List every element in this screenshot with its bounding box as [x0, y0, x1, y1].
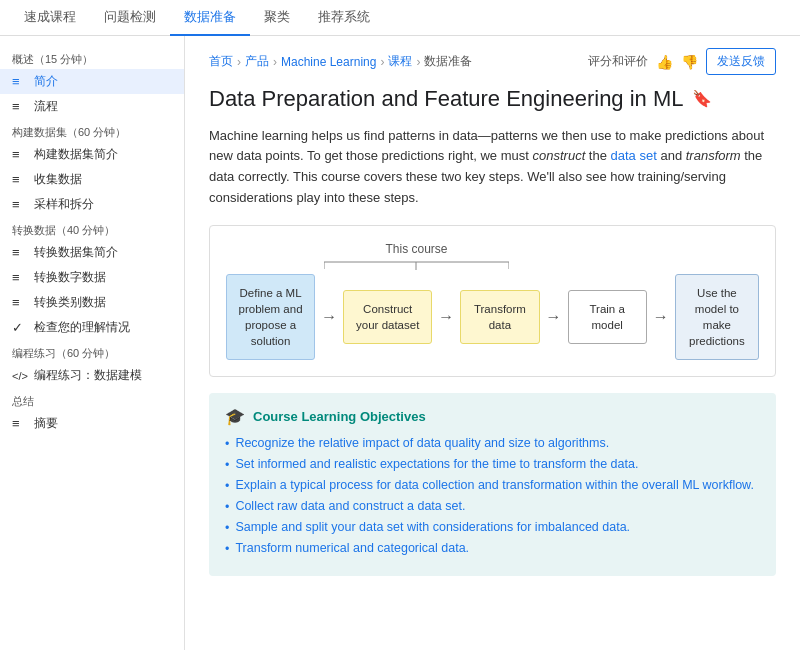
sidebar-item-coding[interactable]: </> 编程练习：数据建模 [0, 363, 184, 388]
flow-box-construct: Construct your dataset [343, 290, 432, 344]
check-icon: ✓ [12, 320, 28, 335]
bookmark-icon[interactable]: 🔖 [692, 89, 712, 110]
objective-item-2: Explain a typical process for data colle… [225, 478, 760, 493]
flow-box-train: Train a model [568, 290, 647, 344]
bc-ml[interactable]: Machine Learning [281, 55, 376, 69]
list-icon: ≡ [12, 270, 28, 285]
list-icon: ≡ [12, 295, 28, 310]
code-icon: </> [12, 370, 28, 382]
sidebar-item-check[interactable]: ✓ 检查您的理解情况 [0, 315, 184, 340]
list-icon: ≡ [12, 416, 28, 431]
sidebar-item-transform-cat[interactable]: ≡ 转换类别数据 [0, 290, 184, 315]
arrow-3: → [546, 308, 562, 326]
objective-item-1: Set informed and realistic expectations … [225, 457, 760, 472]
graduation-icon: 🎓 [225, 407, 245, 426]
list-icon: ≡ [12, 197, 28, 212]
list-icon: ≡ [12, 245, 28, 260]
nav-item-1[interactable]: 问题检测 [90, 0, 170, 36]
nav-item-2[interactable]: 数据准备 [170, 0, 250, 36]
bc-product[interactable]: 产品 [245, 53, 269, 70]
diagram-flow: Define a ML problem and propose a soluti… [226, 274, 759, 360]
arrow-4: → [653, 308, 669, 326]
arrow-1: → [321, 308, 337, 326]
flow-box-define: Define a ML problem and propose a soluti… [226, 274, 315, 360]
sidebar-section-overview: 概述（15 分钟） [0, 46, 184, 69]
bc-course[interactable]: 课程 [388, 53, 412, 70]
sidebar-item-sample[interactable]: ≡ 采样和拆分 [0, 192, 184, 217]
top-navigation: 速成课程 问题检测 数据准备 聚类 推荐系统 [0, 0, 800, 36]
main-container: 概述（15 分钟） ≡ 简介 ≡ 流程 构建数据集（60 分钟） ≡ 构建数据集… [0, 36, 800, 650]
sidebar-item-collect[interactable]: ≡ 收集数据 [0, 167, 184, 192]
sidebar-item-transform-num[interactable]: ≡ 转换数字数据 [0, 265, 184, 290]
sidebar-section-transform: 转换数据（40 分钟） [0, 217, 184, 240]
list-icon: ≡ [12, 147, 28, 162]
breadcrumb-actions: 评分和评价 👍 👎 发送反馈 [588, 48, 776, 75]
diagram-container: This course Define a ML problem and prop… [209, 225, 776, 377]
sidebar-section-build: 构建数据集（60 分钟） [0, 119, 184, 142]
arrow-2: → [438, 308, 454, 326]
flow-box-transform: Transform data [460, 290, 539, 344]
sidebar-item-intro[interactable]: ≡ 简介 [0, 69, 184, 94]
objectives-list: Recognize the relative impact of data qu… [225, 436, 760, 556]
list-icon: ≡ [12, 172, 28, 187]
list-icon: ≡ [12, 74, 28, 89]
sidebar: 概述（15 分钟） ≡ 简介 ≡ 流程 构建数据集（60 分钟） ≡ 构建数据集… [0, 36, 185, 650]
bracket-label: This course [385, 242, 447, 256]
objective-item-0: Recognize the relative impact of data qu… [225, 436, 760, 451]
sidebar-item-summary[interactable]: ≡ 摘要 [0, 411, 184, 436]
objective-item-3: Collect raw data and construct a data se… [225, 499, 760, 514]
breadcrumb-path: 首页 › 产品 › Machine Learning › 课程 › 数据准备 [209, 53, 472, 70]
sidebar-section-coding: 编程练习（60 分钟） [0, 340, 184, 363]
list-icon: ≡ [12, 99, 28, 114]
page-description: Machine learning helps us find patterns … [209, 126, 776, 209]
bc-current: 数据准备 [424, 53, 472, 70]
sidebar-item-transform-intro[interactable]: ≡ 转换数据集简介 [0, 240, 184, 265]
rating-label: 评分和评价 [588, 53, 648, 70]
bc-home[interactable]: 首页 [209, 53, 233, 70]
objective-item-5: Transform numerical and categorical data… [225, 541, 760, 556]
objective-item-4: Sample and split your data set with cons… [225, 520, 760, 535]
thumbs-up-button[interactable]: 👍 [656, 54, 673, 70]
feedback-button[interactable]: 发送反馈 [706, 48, 776, 75]
flow-box-predict: Use the model to make predictions [675, 274, 759, 360]
content-area: 首页 › 产品 › Machine Learning › 课程 › 数据准备 评… [185, 36, 800, 650]
sidebar-section-summary: 总结 [0, 388, 184, 411]
sidebar-item-build-intro[interactable]: ≡ 构建数据集简介 [0, 142, 184, 167]
thumbs-down-button[interactable]: 👎 [681, 54, 698, 70]
objectives-box: 🎓 Course Learning Objectives Recognize t… [209, 393, 776, 576]
bracket-svg [324, 256, 509, 270]
nav-item-0[interactable]: 速成课程 [10, 0, 90, 36]
sidebar-item-flow[interactable]: ≡ 流程 [0, 94, 184, 119]
objectives-title: 🎓 Course Learning Objectives [225, 407, 760, 426]
nav-item-3[interactable]: 聚类 [250, 0, 304, 36]
page-title: Data Preparation and Feature Engineering… [209, 85, 776, 114]
nav-item-4[interactable]: 推荐系统 [304, 0, 384, 36]
dataset-link[interactable]: data set [611, 148, 657, 163]
breadcrumb: 首页 › 产品 › Machine Learning › 课程 › 数据准备 评… [209, 48, 776, 75]
